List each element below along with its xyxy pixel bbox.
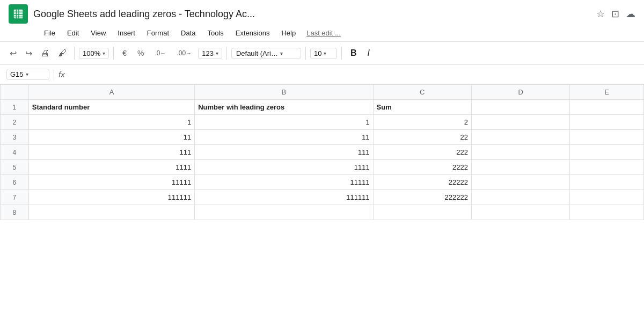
paint-format-button[interactable]: 🖌: [55, 46, 70, 60]
cell[interactable]: [28, 205, 194, 220]
separator-2: [113, 47, 114, 60]
zoom-value: 100%: [83, 49, 100, 57]
cell[interactable]: 111: [28, 145, 194, 160]
redo-button[interactable]: ↪: [22, 46, 35, 61]
cell[interactable]: 111111: [195, 190, 373, 205]
cell[interactable]: 22222: [373, 175, 471, 190]
format-type-dropdown[interactable]: 123 ▾: [198, 48, 222, 59]
col-header-a[interactable]: A: [28, 85, 194, 100]
cell[interactable]: [570, 130, 644, 145]
cell[interactable]: [570, 175, 644, 190]
cell[interactable]: [472, 175, 570, 190]
cell[interactable]: 222222: [373, 190, 471, 205]
row-number-3: 3: [1, 130, 29, 145]
row-number-2: 2: [1, 115, 29, 130]
menu-format[interactable]: Format: [142, 27, 174, 39]
cell[interactable]: 111: [195, 145, 373, 160]
star-icon[interactable]: ☆: [596, 8, 605, 20]
menu-help[interactable]: Help: [276, 27, 301, 39]
cell-ref-value: G15: [10, 70, 24, 78]
menu-view[interactable]: View: [85, 27, 111, 39]
move-icon[interactable]: ⊡: [611, 8, 619, 20]
cell[interactable]: Standard number: [28, 100, 194, 115]
cell[interactable]: 11: [28, 130, 194, 145]
currency-button[interactable]: €: [118, 47, 131, 60]
format-chevron-icon: ▾: [216, 50, 218, 56]
zoom-chevron-icon: ▾: [103, 50, 105, 56]
cell[interactable]: [472, 115, 570, 130]
last-edit-link[interactable]: Last edit ...: [306, 29, 341, 37]
font-size-dropdown[interactable]: 10 ▾: [310, 48, 337, 59]
col-header-e[interactable]: E: [570, 85, 644, 100]
table-row: 3111122: [1, 130, 644, 145]
decimal-increase-button[interactable]: .00→: [173, 47, 196, 59]
cell[interactable]: 11111: [28, 175, 194, 190]
cell[interactable]: [570, 205, 644, 220]
formula-input[interactable]: [69, 70, 638, 78]
cell[interactable]: 2222: [373, 160, 471, 175]
cell[interactable]: [472, 190, 570, 205]
app-icon[interactable]: [9, 4, 28, 24]
separator-1: [74, 47, 75, 60]
cell[interactable]: [472, 145, 570, 160]
cell[interactable]: 11: [195, 130, 373, 145]
cell[interactable]: Number wih leading zeros: [195, 100, 373, 115]
cell[interactable]: 1111: [28, 160, 194, 175]
cell[interactable]: 22: [373, 130, 471, 145]
cell[interactable]: [195, 205, 373, 220]
cell[interactable]: [570, 115, 644, 130]
cell[interactable]: [472, 100, 570, 115]
row-number-6: 6: [1, 175, 29, 190]
menu-extensions[interactable]: Extensions: [230, 27, 275, 39]
cell[interactable]: 1: [28, 115, 194, 130]
cell[interactable]: Sum: [373, 100, 471, 115]
menu-edit[interactable]: Edit: [62, 27, 84, 39]
separator-5: [341, 47, 342, 60]
cell[interactable]: [570, 145, 644, 160]
title-icons: ☆ ⊡ ☁: [596, 8, 635, 20]
decimal-decrease-button[interactable]: .0←: [151, 47, 171, 59]
column-header-row: A B C D E: [1, 85, 644, 100]
format-type-value: 123: [202, 49, 214, 57]
menu-file[interactable]: File: [39, 27, 61, 39]
cell[interactable]: 1111: [195, 160, 373, 175]
print-icon: 🖨: [41, 48, 49, 58]
cell[interactable]: 222: [373, 145, 471, 160]
cell[interactable]: [570, 100, 644, 115]
separator-4: [305, 47, 306, 60]
cell[interactable]: [472, 160, 570, 175]
col-header-c[interactable]: C: [373, 85, 471, 100]
cell[interactable]: 1: [195, 115, 373, 130]
cell[interactable]: [570, 160, 644, 175]
bold-button[interactable]: B: [346, 46, 361, 60]
cell[interactable]: [570, 190, 644, 205]
menu-tools[interactable]: Tools: [202, 27, 229, 39]
col-header-d[interactable]: D: [472, 85, 570, 100]
cell[interactable]: 2: [373, 115, 471, 130]
font-chevron-icon: ▾: [280, 50, 283, 56]
italic-button[interactable]: I: [363, 46, 374, 60]
cell[interactable]: [472, 130, 570, 145]
formula-bar: G15 ▾ fx: [0, 65, 644, 84]
zoom-dropdown[interactable]: 100% ▾: [79, 48, 109, 59]
cloud-icon[interactable]: ☁: [626, 8, 635, 20]
col-header-b[interactable]: B: [195, 85, 373, 100]
font-size-value: 10: [314, 49, 321, 57]
percent-button[interactable]: %: [133, 47, 148, 60]
cell[interactable]: 111111: [28, 190, 194, 205]
menu-data[interactable]: Data: [175, 27, 201, 39]
menu-insert[interactable]: Insert: [112, 27, 141, 39]
corner-cell: [1, 85, 29, 100]
row-number-4: 4: [1, 145, 29, 160]
print-button[interactable]: 🖨: [38, 46, 53, 60]
table-row: 5111111112222: [1, 160, 644, 175]
cell[interactable]: [373, 205, 471, 220]
table-row: 7111111111111222222: [1, 190, 644, 205]
menu-bar: File Edit View Insert Format Data Tools …: [0, 26, 644, 41]
font-dropdown[interactable]: Default (Ari… ▾: [231, 48, 301, 59]
cell-reference-box[interactable]: G15 ▾: [6, 69, 49, 80]
cell[interactable]: [472, 205, 570, 220]
cell[interactable]: 11111: [195, 175, 373, 190]
table-row: 8: [1, 205, 644, 220]
undo-button[interactable]: ↩: [6, 46, 20, 61]
